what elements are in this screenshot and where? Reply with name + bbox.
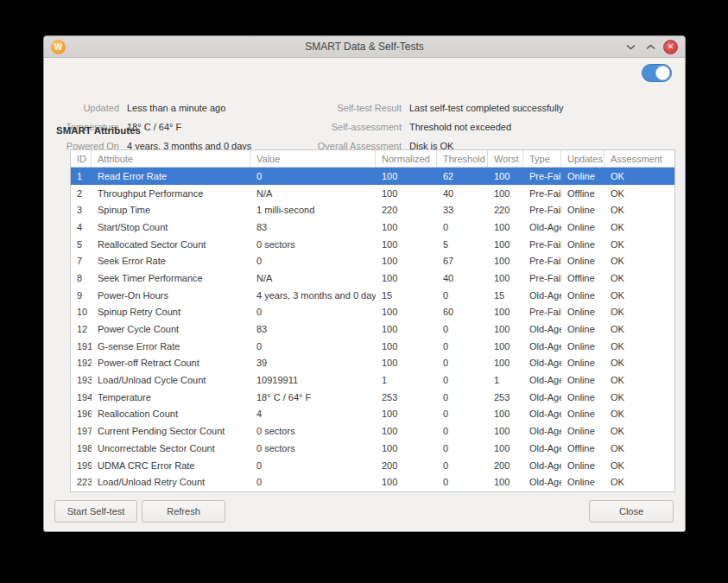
table-cell: Pre-Fail: [523, 168, 561, 185]
table-row[interactable]: 2Throughput PerformanceN/A10040100Pre-Fa…: [71, 185, 674, 202]
table-row[interactable]: 3Spinup Time1 milli-second22033220Pre-Fa…: [71, 201, 674, 219]
table-row[interactable]: 191G-sense Error Rate01000100Old-AgeOnli…: [71, 338, 674, 355]
table-cell: 7: [71, 252, 92, 269]
table-cell: 100: [376, 355, 437, 372]
close-window-button[interactable]: ✕: [663, 40, 678, 54]
table-cell: 0: [437, 287, 488, 304]
window-controls: ✕: [624, 36, 678, 58]
self-assessment-label: Self-assessment: [308, 122, 402, 134]
table-cell: Seek Error Rate: [92, 252, 250, 269]
table-row[interactable]: 7Seek Error Rate010067100Pre-FailOnlineO…: [71, 252, 674, 269]
table-cell: Offline: [561, 440, 605, 457]
table-cell: G-sense Error Rate: [92, 338, 250, 355]
table-cell: Old-Age: [523, 338, 561, 355]
table-cell: 100: [488, 185, 523, 202]
table-cell: Old-Age: [523, 389, 561, 406]
table-row[interactable]: 9Power-On Hours4 years, 3 months and 0 d…: [71, 287, 674, 304]
table-cell: Reallocated Sector Count: [92, 236, 250, 253]
table-cell: Spinup Time: [92, 201, 250, 219]
table-cell: 0: [437, 320, 488, 338]
smart-dialog-window: W SMART Data & Self-Tests ✕ Updated Less…: [43, 35, 686, 532]
column-header-worst[interactable]: Worst: [488, 150, 523, 167]
table-cell: 100: [376, 320, 437, 338]
table-cell: Pre-Fail: [523, 269, 561, 287]
table-cell: Online: [561, 473, 605, 491]
table-row[interactable]: 192Power-off Retract Count391000100Old-A…: [71, 355, 674, 372]
column-header-threshold[interactable]: Threshold: [437, 150, 488, 167]
table-cell: 199: [71, 457, 92, 474]
table-cell: 9: [71, 287, 92, 304]
table-cell: 5: [437, 236, 488, 253]
table-row[interactable]: 193Load/Unload Cycle Count10919911101Old…: [71, 371, 674, 389]
table-cell: 0: [250, 457, 376, 474]
table-cell: 0: [437, 371, 488, 389]
table-cell: OK: [605, 236, 674, 253]
table-cell: Online: [561, 320, 605, 338]
table-row[interactable]: 12Power Cycle Count831000100Old-AgeOnlin…: [71, 320, 674, 338]
titlebar[interactable]: W SMART Data & Self-Tests ✕: [44, 36, 685, 58]
table-cell: Online: [561, 304, 605, 321]
table-cell: 100: [376, 168, 437, 185]
table-cell: 0: [250, 252, 376, 269]
column-header-type[interactable]: Type: [523, 150, 561, 167]
maximize-button[interactable]: [643, 41, 657, 54]
column-header-id[interactable]: ID: [71, 150, 92, 167]
table-cell: 4: [71, 219, 92, 236]
table-cell: Online: [561, 457, 605, 474]
table-cell: Online: [561, 371, 605, 389]
section-title: SMART Attributes: [56, 125, 141, 136]
table-cell: 100: [488, 338, 523, 355]
table-row[interactable]: 1Read Error Rate010062100Pre-FailOnlineO…: [71, 168, 674, 185]
table-cell: 198: [71, 440, 92, 457]
column-header-value[interactable]: Value: [250, 150, 376, 167]
table-cell: 197: [71, 422, 92, 440]
table-cell: 100: [488, 304, 523, 321]
table-cell: 8: [71, 269, 92, 287]
table-cell: Pre-Fail: [523, 185, 561, 202]
table-cell: OK: [605, 355, 674, 372]
table-cell: Online: [561, 201, 605, 219]
table-cell: 220: [488, 201, 523, 219]
table-row[interactable]: 194Temperature18° C / 64° F2530253Old-Ag…: [71, 389, 674, 406]
column-header-updates[interactable]: Updates: [561, 150, 605, 167]
close-button[interactable]: Close: [589, 500, 674, 523]
refresh-button[interactable]: Refresh: [142, 500, 225, 523]
column-header-normalized[interactable]: Normalized: [376, 150, 437, 167]
smart-enabled-toggle[interactable]: [642, 64, 672, 82]
minimize-button[interactable]: [624, 41, 637, 54]
table-cell: Online: [561, 168, 605, 185]
table-cell: 0 sectors: [250, 422, 376, 440]
table-row[interactable]: 10Spinup Retry Count010060100Pre-FailOnl…: [71, 304, 674, 321]
table-cell: Old-Age: [523, 473, 561, 491]
start-self-test-button[interactable]: Start Self-test: [54, 500, 137, 523]
table-body: 1Read Error Rate010062100Pre-FailOnlineO…: [71, 168, 674, 491]
table-cell: OK: [605, 440, 674, 457]
table-cell: 83: [250, 320, 376, 338]
chevron-down-icon: [626, 44, 636, 50]
table-row[interactable]: 196Reallocation Count41000100Old-AgeOnli…: [71, 406, 674, 423]
table-cell: Pre-Fail: [523, 304, 561, 321]
table-cell: Online: [561, 338, 605, 355]
table-row[interactable]: 4Start/Stop Count831000100Old-AgeOnlineO…: [71, 219, 674, 236]
table-cell: 0: [437, 355, 488, 372]
table-cell: Online: [561, 236, 605, 253]
column-header-assessment[interactable]: Assessment: [605, 150, 674, 167]
table-row[interactable]: 197Current Pending Sector Count0 sectors…: [71, 422, 674, 440]
table-cell: OK: [605, 201, 674, 219]
table-cell: 1: [71, 168, 92, 185]
table-cell: Online: [561, 389, 605, 406]
table-cell: 100: [488, 252, 523, 269]
table-cell: Uncorrectable Sector Count: [92, 440, 250, 457]
column-header-attribute[interactable]: Attribute: [92, 150, 250, 167]
table-cell: OK: [605, 185, 674, 202]
table-cell: Online: [561, 422, 605, 440]
table-row[interactable]: 223Load/Unload Retry Count01000100Old-Ag…: [71, 473, 674, 491]
table-row[interactable]: 5Reallocated Sector Count0 sectors100510…: [71, 236, 674, 253]
table-cell: OK: [605, 406, 674, 423]
table-row[interactable]: 199UDMA CRC Error Rate02000200Old-AgeOnl…: [71, 457, 674, 474]
table-row[interactable]: 198Uncorrectable Sector Count0 sectors10…: [71, 440, 674, 457]
table-cell: 100: [488, 219, 523, 236]
table-cell: 100: [376, 304, 437, 321]
table-row[interactable]: 8Seek Timer PerformanceN/A10040100Pre-Fa…: [71, 269, 674, 287]
table-cell: 60: [437, 304, 488, 321]
